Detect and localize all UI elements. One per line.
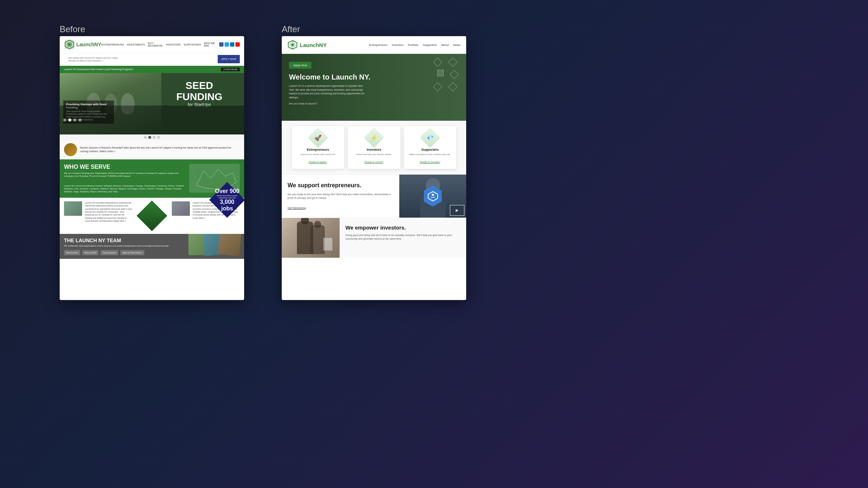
entrepreneurs-img (64, 201, 82, 216)
card-entrepreneurs: 🚀 Entrepreneurs Launch your startup with… (292, 126, 344, 169)
investor-desc: Doing good and doing well don't have to … (345, 234, 460, 241)
investor-text-col: We empower investors. Doing good and doi… (340, 218, 466, 258)
team-btn-eirs[interactable]: Meet our EIRs (82, 250, 98, 255)
learn-more-button[interactable]: LEARN MORE (221, 68, 240, 71)
after-hero-content: Apply Now Welcome to Launch NY. Launch N… (282, 54, 466, 112)
linkedin-icon[interactable] (230, 42, 234, 47)
social-icons (219, 42, 240, 47)
investor-image (282, 218, 340, 258)
dot-1[interactable] (144, 136, 147, 139)
after-panel: LaunchNY Entrepreneurs Investors Portfol… (282, 36, 466, 300)
testimonial-avatar (64, 143, 77, 156)
welcome-text: Launch NY is a venture development organ… (289, 84, 369, 99)
after-header: LaunchNY Entrepreneurs Investors Portfol… (282, 36, 466, 54)
apply-now-button-after[interactable]: Apply Now (289, 62, 311, 69)
team-photos (192, 234, 241, 255)
wws-text: We are a Venture Development Organizatio… (64, 172, 186, 178)
person-silhouette: ▶ (399, 175, 466, 217)
banner-text: Launch NY Announces New Invest Local Fin… (64, 68, 133, 70)
launch-ny-logo-icon (64, 39, 75, 50)
nav-item-investments[interactable]: INVESTMENTS (127, 43, 145, 46)
before-header: LaunchNY ENTREPRENEURS INVESTMENTS ECO I… (60, 36, 244, 53)
svg-point-10 (432, 194, 434, 196)
entrepreneurs-icon-area: 🚀 (311, 130, 325, 145)
apply-now-button-before[interactable]: APPLY NOW (218, 55, 240, 63)
seed-title: SEED FUNDING (176, 80, 222, 103)
team-section: THE LAUNCH NY TEAM We collaborate with o… (60, 234, 244, 259)
stat-900: Over 900 (214, 188, 240, 194)
before-label: Before (60, 24, 85, 34)
before-panel: LaunchNY ENTREPRENEURS INVESTMENTS ECO I… (60, 36, 244, 300)
card-supporters-title: Supporters (408, 148, 453, 151)
entrepreneurs-icon: 🚀 (314, 134, 322, 141)
card-entrepreneurs-desc: Launch your startup with Launch NY. (295, 153, 341, 156)
support-section: We support entrepreneurs. Are you ready … (282, 174, 466, 217)
seed-funding-box: SEED FUNDING for StartUps (176, 80, 222, 108)
who-we-serve-section: WHO WE SERVE We are a Venture Developmen… (60, 159, 244, 198)
after-logo-icon (288, 40, 298, 50)
after-logo: LaunchNY (288, 40, 327, 50)
investor-title: We empower investors. (345, 224, 460, 231)
after-logo-text: LaunchNY (300, 42, 327, 48)
investors-icon: ⚡ (370, 134, 378, 141)
nav-item-entrepreneurs[interactable]: ENTREPRENEURS (101, 43, 124, 46)
svg-marker-9 (428, 192, 438, 201)
card-supporters: 💎 Supporters Make a donation to fuel a s… (404, 126, 456, 169)
facebook-icon[interactable] (219, 42, 224, 47)
nav-item-investors[interactable]: INVESTORS (166, 43, 180, 46)
investor-section: We empower investors. Doing good and doi… (282, 218, 466, 258)
diamond-chart-col (137, 201, 166, 230)
welcome-title: Welcome to Launch NY. (289, 73, 459, 81)
stat-label: startup businesses saved, comprising mor… (214, 194, 240, 199)
after-nav-supporters[interactable]: Supporters (423, 43, 437, 47)
supporters-icon-area: 💎 (423, 130, 437, 145)
testimonial-text: Rachel Jackson of Rachel's Remedy® talks… (80, 146, 240, 153)
stat-3000: 3,000 jobs (214, 199, 240, 212)
card-entrepreneurs-cta[interactable]: Ready to Apply? (309, 161, 327, 163)
team-btn-meet[interactable]: Meet the Team (64, 250, 80, 255)
after-nav-portfolio[interactable]: Portfolio (408, 43, 418, 47)
support-text-col: We support entrepreneurs. Are you ready … (282, 175, 399, 217)
before-nav: ENTREPRENEURS INVESTMENTS ECO INCUBATOR … (101, 42, 240, 47)
team-btn-state[interactable]: State Supporters (101, 250, 119, 255)
wws-title: WHO WE SERVE (64, 164, 186, 170)
before-hero: Providing Startups with Seed Funding The… (60, 73, 244, 134)
nav-item-eco[interactable]: ECO INCUBATOR (148, 42, 163, 47)
card-investors-desc: Invest local with your favorite startup. (352, 153, 397, 156)
after-nav-investors[interactable]: Investors (392, 43, 403, 47)
youtube-icon[interactable] (235, 42, 240, 47)
svg-point-3 (68, 43, 71, 46)
team-btn-partners[interactable]: Meet our State Partners (120, 250, 144, 255)
dot-2[interactable] (148, 136, 151, 139)
dot-4[interactable] (157, 136, 160, 139)
get-mentoring-link[interactable]: Get Mentoring (288, 206, 306, 210)
after-nav-entrepreneurs[interactable]: Entrepreneurs (369, 43, 387, 47)
carousel-dots (60, 134, 244, 140)
investors-icon-area: ⚡ (367, 130, 381, 145)
after-nav-about[interactable]: About (441, 43, 449, 47)
cards-section: 🚀 Entrepreneurs Launch your startup with… (282, 121, 466, 174)
investors-img (172, 201, 190, 216)
support-image: ▶ (399, 175, 466, 217)
nav-item-supporters[interactable]: SUPPORTERS (184, 43, 201, 46)
support-title: We support entrepreneurs. (288, 182, 393, 189)
after-label: After (282, 24, 300, 34)
after-nav-news[interactable]: News (453, 43, 460, 47)
before-header-wrapper: LaunchNY ENTREPRENEURS INVESTMENTS ECO I… (60, 36, 244, 66)
after-nav: Entrepreneurs Investors Portfolio Suppor… (369, 43, 460, 47)
ready-text: Are you ready to launch? (289, 102, 459, 105)
nav-item-who[interactable]: WHO WE ARE (204, 42, 216, 47)
video-thumbnail[interactable]: ▶ (450, 205, 464, 216)
dot-3[interactable] (153, 136, 156, 139)
supporters-icon: 💎 (426, 134, 434, 141)
before-logo-text: LaunchNY (76, 42, 101, 47)
wws-right: Over 900 startup businesses saved, compr… (189, 164, 240, 193)
wws-left: WHO WE SERVE We are a Venture Developmen… (64, 164, 186, 193)
team-photo-3 (218, 234, 242, 256)
twitter-icon[interactable] (225, 42, 229, 47)
card-supporters-cta[interactable]: Ready to Donate? (420, 161, 440, 163)
diamond-chart (137, 200, 167, 231)
card-investors-cta[interactable]: Ready to Invest? (365, 161, 384, 163)
after-hero: Apply Now Welcome to Launch NY. Launch N… (282, 54, 466, 121)
wws-counties: Launch NY serves the following counties:… (64, 184, 186, 193)
